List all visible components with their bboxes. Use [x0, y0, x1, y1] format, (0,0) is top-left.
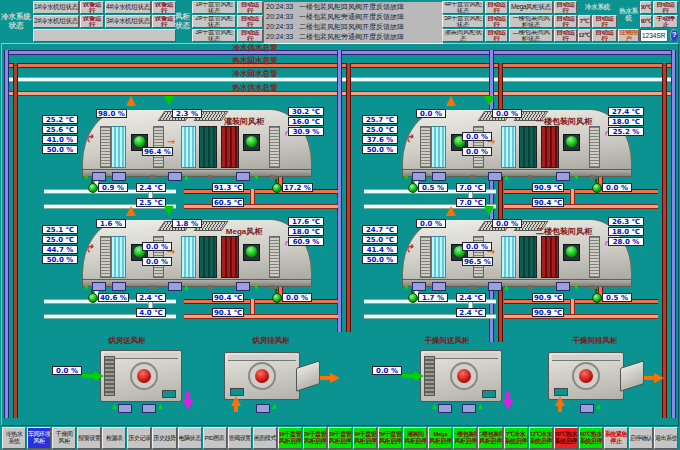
supply-air-arrow-icon — [414, 371, 424, 381]
toolbar-button[interactable]: 报警设置 — [77, 427, 101, 449]
toolbar-button[interactable]: 退出系统 — [654, 427, 678, 449]
toolbar-button[interactable]: 4#干盘管风柜启停 — [353, 427, 377, 449]
hot-water-run-status[interactable]: 自动运行 — [653, 1, 678, 14]
help-icon[interactable]: ? — [670, 29, 678, 42]
mid-readout-top: 0.0 % — [142, 242, 172, 251]
user-code-input[interactable] — [640, 29, 668, 42]
chiller-3-status-button[interactable]: 3#冷水机组状态 — [105, 15, 151, 28]
toolbar-button-label: 风柜启停 — [454, 438, 476, 445]
pack1-ahu-run-status[interactable]: 自动运行 — [554, 15, 577, 28]
green-arrow-icon: ▼ — [84, 283, 89, 290]
toolbar-button-label: 风柜启停 — [329, 438, 351, 445]
drycoil-4-run-status[interactable]: 自动运行 — [485, 1, 508, 14]
pack2-ahu-status-button[interactable]: 二楼包装间风柜状态 — [509, 29, 553, 42]
drycoil-2-run-status[interactable]: 自动运行 — [237, 15, 263, 28]
mega-ahu-run-status[interactable]: 自动运行 — [554, 1, 577, 14]
hw-valve-icon[interactable] — [272, 293, 282, 303]
toolbar-button[interactable]: 3#干盘管风柜启停 — [328, 427, 352, 449]
logout-button[interactable]: 注销用户 — [618, 29, 639, 42]
toolbar-button[interactable]: 检漏表 — [102, 427, 126, 449]
filling-ahu-status-button[interactable]: 灌装间风柜状态 — [442, 29, 484, 42]
motor-box — [118, 404, 132, 413]
chiller-4-status-button[interactable]: 4#冷水机组状态 — [105, 1, 151, 14]
ahu-right-readout: 27.4 ℃ — [608, 107, 644, 116]
mega-ahu-status-button[interactable]: Mega风柜状态 — [509, 1, 553, 14]
drycoil-3-status-button[interactable]: 3#干盘管风柜状态 — [192, 29, 236, 42]
toolbar-button[interactable]: 管阀设置 — [228, 427, 252, 449]
toolbar-button[interactable]: 二楼包装间风柜启停 — [478, 427, 502, 449]
hw-valve-icon[interactable] — [272, 183, 282, 193]
drycoil-1-run-status[interactable]: 自动运行 — [237, 1, 263, 14]
chiller-1-run-status[interactable]: 设备运行 — [80, 1, 104, 14]
toolbar-button[interactable]: 启停确认 — [629, 427, 653, 449]
toolbar-button[interactable]: 历史记录 — [127, 427, 151, 449]
drycoil-4-status-button[interactable]: 4#干盘管风柜状态 — [442, 1, 484, 14]
chw-valve-icon[interactable] — [88, 293, 98, 303]
toolbar-button[interactable]: 系统紧急停止 — [604, 427, 628, 449]
hw-stem-pipe — [250, 299, 255, 314]
motor-box — [488, 282, 502, 291]
toolbar-button[interactable]: 2#干盘管风柜启停 — [303, 427, 327, 449]
ahu-foot — [470, 285, 475, 290]
magenta-arrow-icon — [506, 392, 510, 400]
drycoil-5-status-button[interactable]: 5#干盘管风柜状态 — [442, 15, 484, 28]
filling-ahu-run-status[interactable]: 自动运行 — [485, 29, 508, 42]
chiller-2-status-button[interactable]: 2#冷水机组状态 — [33, 15, 79, 28]
toolbar-button-label: 风柜启停 — [479, 438, 501, 445]
hw-valve-icon[interactable] — [592, 293, 602, 303]
chw-valve-icon[interactable] — [408, 183, 418, 193]
hot-water-stop-status[interactable]: 手动停止 — [653, 15, 678, 28]
hw-temp-1: 90.9 ℃ — [532, 293, 564, 302]
cold-water-run-status-2[interactable]: 自动运行 — [592, 29, 617, 42]
motor-box — [112, 172, 126, 181]
toolbar-button[interactable]: 电脑状态 — [178, 427, 202, 449]
chiller-1-status-button[interactable]: 1#冷水机组状态 — [33, 1, 79, 14]
return-fan-icon — [563, 244, 580, 261]
toolbar-button-label: 5#干盘管 — [379, 431, 402, 438]
chw-valve-icon[interactable] — [408, 293, 418, 303]
toolbar-button[interactable]: 灌装间风柜启停 — [403, 427, 427, 449]
toolbar-button[interactable]: 冷热水系统 — [2, 427, 26, 449]
cold-water-run-status-1[interactable]: 自动运行 — [592, 15, 617, 28]
toolbar-button[interactable]: 干燥间风柜 — [52, 427, 76, 449]
toolbar-button-label: 风柜启停 — [379, 438, 401, 445]
toolbar-button-label: 系统启停 — [555, 438, 577, 445]
chiller-2-run-status[interactable]: 设备运行 — [80, 15, 104, 28]
drycoil-2-status-button[interactable]: 2#干盘管风柜状态 — [192, 15, 236, 28]
filter-panel — [501, 236, 516, 278]
drycoil-3-run-status[interactable]: 自动运行 — [237, 29, 263, 42]
drycoil-5-run-status[interactable]: 自动运行 — [485, 15, 508, 28]
toolbar-button[interactable]: 车间环境风柜 — [27, 427, 51, 449]
toolbar-button[interactable]: 12℃冷水系统启停 — [529, 427, 553, 449]
toolbar-button-label: 画面模式 — [254, 435, 276, 442]
toolbar-button[interactable]: 5#干盘管风柜启停 — [378, 427, 402, 449]
toolbar-button[interactable]: PID图表 — [203, 427, 227, 449]
toolbar-button[interactable]: 1#干盘管风柜启停 — [278, 427, 302, 449]
hw-valve-icon[interactable] — [592, 183, 602, 193]
chiller-3-run-status[interactable]: 设备运行 — [152, 15, 176, 28]
chiller-4-run-status[interactable]: 设备运行 — [152, 1, 176, 14]
ahu-right-readout: 60.9 % — [288, 237, 324, 246]
motor-box — [432, 172, 446, 181]
ahu-left-readout: 25.2 ℃ — [42, 115, 78, 124]
toolbar-button[interactable]: 50℃热水系统启停 — [554, 427, 578, 449]
pack1-ahu-status-button[interactable]: 一楼包装间风柜状态 — [509, 15, 553, 28]
chw-valve-icon[interactable] — [88, 183, 98, 193]
toolbar-button-label: 3#干盘管 — [329, 431, 352, 438]
alarm-row: 20:24:33二楼包装风柜回风阀开度反馈故障 — [264, 22, 442, 32]
supply-air-arrow-icon — [82, 374, 94, 378]
mid-readout-bottom: 96.5 % — [462, 257, 493, 266]
pack2-ahu-run-status[interactable]: 自动运行 — [554, 29, 577, 42]
toolbar-button[interactable]: 7℃冷水系统启停 — [504, 427, 528, 449]
mid-readout-top: 0.0 % — [462, 132, 492, 141]
toolbar-button[interactable]: 60℃热水系统启停 — [579, 427, 603, 449]
drycoil-1-status-button[interactable]: 1#干盘管风柜状态 — [192, 1, 236, 14]
ahu-left-readout: 25.1 ℃ — [42, 225, 78, 234]
toolbar-button[interactable]: 历史趋势 — [152, 427, 176, 449]
mid-readout-bottom: 0.0 % — [462, 147, 492, 156]
toolbar-button[interactable]: 一楼包装间风柜启停 — [453, 427, 477, 449]
hw-stem-pipe — [570, 299, 575, 314]
toolbar-button[interactable]: 画面模式 — [253, 427, 277, 449]
toolbar-button[interactable]: Mega风柜启停 — [428, 427, 452, 449]
fresh-airflow-arrow-icon — [484, 96, 494, 106]
